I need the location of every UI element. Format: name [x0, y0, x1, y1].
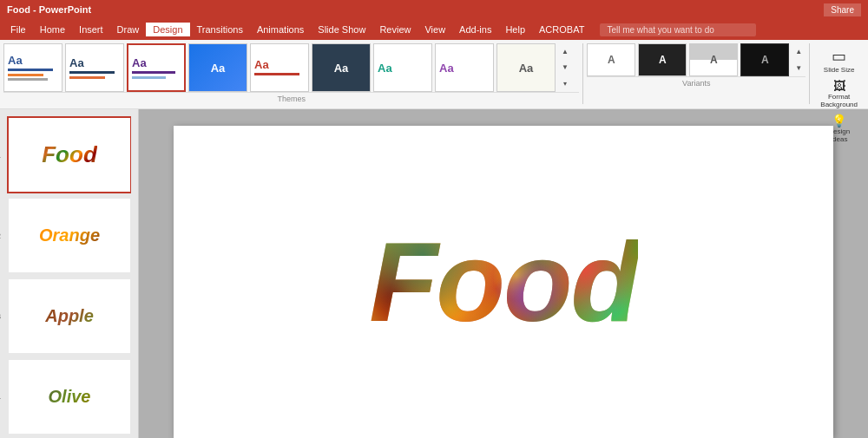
slide-text-orange: Orange — [39, 226, 100, 245]
variant-2[interactable]: A — [638, 43, 687, 76]
slide-number-2: 2 — [0, 232, 1, 240]
slide-thumb-4[interactable]: 4 Olive — [7, 358, 131, 435]
theme-2[interactable]: Aa — [65, 43, 124, 92]
slide-thumb-2[interactable]: 2 Orange — [7, 197, 131, 274]
main-area: 1 Food 2 Orange 3 Apple 4 Olive — [0, 109, 868, 438]
slide-inner-1: Food — [9, 118, 130, 192]
themes-label: Themes — [3, 92, 579, 103]
title-bar: Food - PowerPoint Share — [0, 0, 868, 19]
slide-number-4: 4 — [0, 393, 1, 402]
ribbon-divider-1 — [582, 43, 583, 104]
slide-inner-3: Apple — [9, 279, 130, 353]
slide-canvas[interactable]: Food — [174, 126, 833, 438]
search-input[interactable] — [600, 23, 756, 36]
app-title: Food - PowerPoint — [7, 4, 91, 15]
format-background-button[interactable]: 🖼 FormatBackground — [817, 77, 861, 110]
main-food-text: Food — [369, 217, 638, 347]
menu-home[interactable]: Home — [33, 23, 72, 36]
theme-7[interactable]: Aa — [373, 43, 432, 92]
menu-insert[interactable]: Insert — [72, 23, 110, 36]
menu-view[interactable]: View — [418, 23, 452, 36]
slide-size-button[interactable]: ▭ Slide Size — [817, 45, 861, 75]
variant-1[interactable]: A — [587, 43, 635, 76]
slide-panel: 1 Food 2 Orange 3 Apple 4 Olive — [0, 109, 139, 438]
slide-text-olive: Olive — [49, 387, 91, 407]
menu-help[interactable]: Help — [498, 23, 532, 36]
slide-number-1: 1 — [0, 151, 1, 160]
menu-animations[interactable]: Animations — [250, 23, 311, 36]
menu-addins[interactable]: Add-ins — [452, 23, 498, 36]
theme-5[interactable]: Aa — [250, 43, 309, 92]
menu-slideshow[interactable]: Slide Show — [311, 23, 372, 36]
variant-4[interactable]: A — [740, 43, 789, 76]
themes-dropdown[interactable]: ▲ ▼ ▾ — [558, 43, 572, 92]
theme-office[interactable]: Aa — [3, 43, 62, 92]
slide-thumb-3[interactable]: 3 Apple — [7, 278, 131, 355]
theme-colorful[interactable]: Aa — [188, 43, 247, 92]
variants-dropdown[interactable]: ▲ ▼ — [792, 43, 806, 76]
slide-thumb-1[interactable]: 1 Food — [7, 116, 131, 193]
menu-file[interactable]: File — [3, 23, 33, 36]
slide-inner-2: Orange — [9, 199, 130, 272]
menu-bar: File Home Insert Draw Design Transitions… — [0, 19, 868, 40]
theme-9[interactable]: Aa — [496, 43, 556, 92]
slide-inner-4: Olive — [9, 360, 130, 434]
theme-8[interactable]: Aa — [435, 43, 494, 92]
theme-3-selected[interactable]: Aa — [127, 43, 186, 92]
menu-review[interactable]: Review — [372, 23, 418, 36]
slide-text-food: Food — [42, 141, 97, 168]
slide-number-3: 3 — [0, 312, 1, 321]
ribbon-divider-2 — [809, 43, 810, 104]
variants-label: Variants — [587, 76, 806, 88]
menu-design[interactable]: Design — [146, 23, 189, 36]
themes-ribbon: Aa Aa Aa — [0, 40, 868, 109]
menu-draw[interactable]: Draw — [110, 23, 147, 36]
canvas-area: Food — [139, 109, 868, 438]
menu-transitions[interactable]: Transitions — [190, 23, 250, 36]
variant-3[interactable]: A — [689, 43, 738, 76]
menu-acrobat[interactable]: ACROBAT — [532, 23, 591, 36]
slide-text-apple: Apple — [45, 306, 94, 326]
theme-6[interactable]: Aa — [312, 43, 371, 92]
share-button[interactable]: Share — [824, 3, 861, 16]
